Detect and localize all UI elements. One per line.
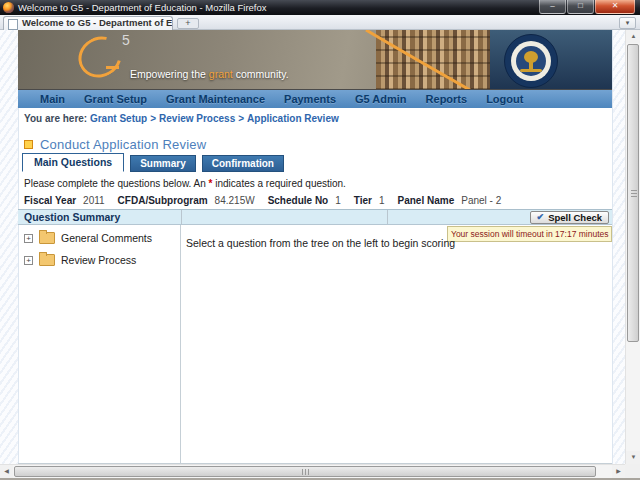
window-title: Welcome to G5 - Department of Education … <box>18 0 267 15</box>
seal-center <box>516 46 546 76</box>
page-title: Conduct Application Review <box>40 137 206 152</box>
folder-icon <box>39 254 55 266</box>
session-timeout-message: Your session will timeout in 17:17 minut… <box>447 226 612 242</box>
horizontal-scrollbar[interactable]: ◀ ▶ <box>0 464 625 478</box>
page-viewport: 5 Empowering the grant community. Main G… <box>0 30 640 478</box>
tab-confirmation[interactable]: Confirmation <box>202 155 284 172</box>
schedule-no-label: Schedule No <box>268 195 329 206</box>
vertical-scrollbar[interactable]: ▲ ▼ <box>625 30 640 464</box>
g5-logo-five: 5 <box>122 32 130 48</box>
instruction-post: indicates a required question. <box>212 178 345 189</box>
review-info-row: Fiscal Year 2011 CFDA/Subprogram 84.215W… <box>24 193 514 208</box>
seal-ring <box>511 41 551 81</box>
firefox-icon <box>3 2 14 13</box>
page-icon <box>8 19 18 30</box>
nav-item-logout[interactable]: Logout <box>486 93 523 105</box>
g5-banner: 5 Empowering the grant community. <box>18 30 612 90</box>
minimize-button[interactable]: – <box>539 0 566 14</box>
banner-curve-decoration <box>358 30 498 90</box>
fiscal-year-label: Fiscal Year <box>24 195 76 206</box>
browser-tab-title: Welcome to G5 - Department of Edu... <box>22 17 173 28</box>
new-tab-button[interactable]: + <box>177 18 199 29</box>
list-tabs-button[interactable]: ▾ <box>619 17 636 29</box>
instruction-pre: Please complete the questions below. An <box>24 178 209 189</box>
scrollbar-grip <box>302 469 309 475</box>
panel-name-value: Panel - 2 <box>461 195 501 206</box>
tab-main-questions[interactable]: Main Questions <box>22 153 124 172</box>
left-margin-pattern <box>0 30 19 464</box>
scroll-up-arrow[interactable]: ▲ <box>626 30 640 43</box>
scrollbar-corner <box>625 464 640 478</box>
expand-plus-icon[interactable]: + <box>24 256 33 265</box>
panel-name-label: Panel Name <box>398 195 455 206</box>
browser-tabbar: Welcome to G5 - Department of Edu... + ▾ <box>0 15 640 30</box>
tier-label: Tier <box>354 195 372 206</box>
question-summary-header: Question Summary <box>18 211 181 223</box>
tree-content-divider <box>180 225 181 464</box>
breadcrumb-link-application-review[interactable]: Application Review <box>247 113 339 124</box>
instruction-text: Please complete the questions below. An … <box>24 178 346 189</box>
spell-check-icon: ✔ <box>537 212 545 222</box>
app-tabs: Main Questions Summary Confirmation <box>22 155 284 172</box>
tab-summary[interactable]: Summary <box>130 155 196 172</box>
nav-item-g5-admin[interactable]: G5 Admin <box>355 93 407 105</box>
nav-item-grant-setup[interactable]: Grant Setup <box>84 93 147 105</box>
scroll-down-arrow[interactable]: ▼ <box>626 451 640 464</box>
slogan-highlight: grant <box>209 68 233 80</box>
slogan-prefix: Empowering the <box>130 68 209 80</box>
window-titlebar: Welcome to G5 - Department of Education … <box>0 0 640 15</box>
cfda-label: CFDA/Subprogram <box>118 195 208 206</box>
browser-tab[interactable]: Welcome to G5 - Department of Edu... <box>3 16 173 30</box>
title-bullet-icon <box>24 140 33 149</box>
department-of-education-seal <box>504 34 558 88</box>
nav-item-reports[interactable]: Reports <box>426 93 468 105</box>
horizontal-scrollbar-thumb[interactable] <box>14 466 596 477</box>
breadcrumb-separator: > <box>235 113 247 124</box>
breadcrumb-separator: > <box>147 113 159 124</box>
expand-plus-icon[interactable]: + <box>24 234 33 243</box>
nav-item-grant-maintenance[interactable]: Grant Maintenance <box>166 93 265 105</box>
tree-item-review-process[interactable]: + Review Process <box>24 254 136 266</box>
main-navbar: Main Grant Setup Grant Maintenance Payme… <box>18 90 612 108</box>
seal-ground <box>520 69 542 72</box>
tree-item-general-comments[interactable]: + General Comments <box>24 232 152 244</box>
breadcrumb-prefix: You are here: <box>24 113 87 124</box>
scroll-right-arrow[interactable]: ▶ <box>612 465 625 478</box>
scrollbar-grip <box>631 190 637 197</box>
header-middle-cell <box>182 210 387 224</box>
tree-item-label: Review Process <box>61 254 136 266</box>
banner-slogan: Empowering the grant community. <box>130 68 289 80</box>
folder-icon <box>39 232 55 244</box>
close-button[interactable]: ✕ <box>595 0 635 14</box>
header-right-cell: ✔ Spell Check <box>388 210 612 224</box>
cfda-value: 84.215W <box>215 195 255 206</box>
schedule-no-value: 1 <box>335 195 341 206</box>
content-placeholder-message: Select a question from the tree on the l… <box>186 237 455 249</box>
breadcrumb-link-review-process[interactable]: Review Process <box>159 113 235 124</box>
breadcrumb: You are here: Grant Setup>Review Process… <box>24 113 339 124</box>
panel-header-row: Question Summary ✔ Spell Check <box>18 209 612 225</box>
nav-item-main[interactable]: Main <box>40 93 65 105</box>
fiscal-year-value: 2011 <box>83 195 105 206</box>
maximize-button[interactable]: □ <box>567 0 594 14</box>
right-margin-pattern <box>612 30 626 464</box>
breadcrumb-link-grant-setup[interactable]: Grant Setup <box>90 113 147 124</box>
vertical-scrollbar-thumb[interactable] <box>627 44 639 342</box>
g5-logo-icon <box>71 30 129 85</box>
spell-check-label: Spell Check <box>548 212 602 223</box>
firefox-window: Welcome to G5 - Department of Education … <box>0 0 640 480</box>
tier-value: 1 <box>379 195 385 206</box>
g5-logo-bar <box>106 66 119 69</box>
nav-item-payments[interactable]: Payments <box>284 93 336 105</box>
tree-item-label: General Comments <box>61 232 152 244</box>
window-controls: – □ ✕ <box>538 0 635 14</box>
spell-check-button[interactable]: ✔ Spell Check <box>530 211 609 224</box>
slogan-suffix: community. <box>233 68 289 80</box>
page-title-row: Conduct Application Review <box>24 137 206 152</box>
scroll-left-arrow[interactable]: ◀ <box>0 465 13 478</box>
